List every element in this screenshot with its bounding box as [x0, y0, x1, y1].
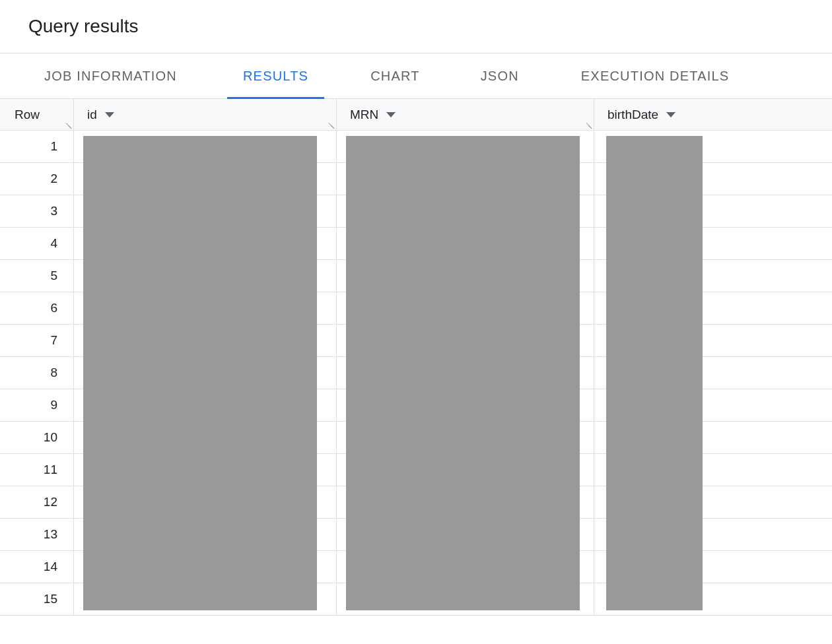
tabs: JOB INFORMATION RESULTS CHART JSON EXECU…	[0, 53, 832, 99]
column-header-row[interactable]: Row	[0, 99, 74, 130]
results-table: Row id MRN birthDate 1234567891011121314…	[0, 99, 832, 616]
table-row[interactable]: 12	[0, 486, 832, 519]
table-row[interactable]: 1	[0, 131, 832, 163]
mrn-cell	[337, 260, 594, 292]
column-header-id-label: id	[87, 108, 97, 122]
mrn-cell	[337, 486, 594, 518]
id-cell	[74, 454, 337, 486]
id-cell	[74, 292, 337, 324]
id-cell	[74, 131, 337, 162]
row-number-cell: 11	[0, 454, 74, 486]
table-body: 123456789101112131415	[0, 131, 832, 616]
table-row[interactable]: 3	[0, 195, 832, 228]
mrn-cell	[337, 422, 594, 453]
table-row[interactable]: 9	[0, 389, 832, 422]
row-number-cell: 4	[0, 228, 74, 259]
mrn-cell	[337, 292, 594, 324]
resize-handle-icon	[326, 121, 334, 129]
table-row[interactable]: 2	[0, 163, 832, 195]
birthdate-cell	[594, 131, 832, 162]
row-number-cell: 14	[0, 551, 74, 583]
mrn-cell	[337, 163, 594, 195]
birthdate-cell	[594, 389, 832, 421]
mrn-cell	[337, 357, 594, 389]
birthdate-cell	[594, 228, 832, 259]
table-row[interactable]: 14	[0, 551, 832, 583]
header: Query results	[0, 0, 832, 53]
resize-handle-icon	[584, 121, 592, 129]
mrn-cell	[337, 195, 594, 227]
chevron-down-icon	[666, 112, 676, 117]
birthdate-cell	[594, 519, 832, 550]
tab-results[interactable]: RESULTS	[227, 53, 324, 98]
tab-job-information[interactable]: JOB INFORMATION	[28, 53, 193, 98]
birthdate-cell	[594, 195, 832, 227]
table-row[interactable]: 11	[0, 454, 832, 486]
row-number-cell: 12	[0, 486, 74, 518]
row-number-cell: 15	[0, 583, 74, 615]
id-cell	[74, 389, 337, 421]
mrn-cell	[337, 519, 594, 550]
birthdate-cell	[594, 357, 832, 389]
birthdate-cell	[594, 422, 832, 453]
id-cell	[74, 260, 337, 292]
id-cell	[74, 325, 337, 356]
page-title: Query results	[28, 16, 832, 37]
id-cell	[74, 583, 337, 615]
row-number-cell: 10	[0, 422, 74, 453]
birthdate-cell	[594, 163, 832, 195]
id-cell	[74, 486, 337, 518]
row-number-cell: 2	[0, 163, 74, 195]
chevron-down-icon	[386, 112, 396, 117]
row-number-cell: 5	[0, 260, 74, 292]
table-header-row: Row id MRN birthDate	[0, 99, 832, 131]
tab-execution-details[interactable]: EXECUTION DETAILS	[565, 53, 745, 98]
id-cell	[74, 163, 337, 195]
row-number-cell: 3	[0, 195, 74, 227]
chevron-down-icon	[105, 112, 114, 117]
mrn-cell	[337, 454, 594, 486]
row-number-cell: 9	[0, 389, 74, 421]
id-cell	[74, 519, 337, 550]
row-number-cell: 6	[0, 292, 74, 324]
birthdate-cell	[594, 583, 832, 615]
row-number-cell: 7	[0, 325, 74, 356]
table-row[interactable]: 8	[0, 357, 832, 389]
mrn-cell	[337, 325, 594, 356]
table-row[interactable]: 4	[0, 228, 832, 260]
id-cell	[74, 551, 337, 583]
mrn-cell	[337, 583, 594, 615]
column-header-mrn-label: MRN	[350, 108, 378, 122]
id-cell	[74, 422, 337, 453]
column-header-mrn[interactable]: MRN	[337, 99, 594, 130]
table-row[interactable]: 15	[0, 583, 832, 616]
column-header-birthdate-label: birthDate	[607, 108, 658, 122]
id-cell	[74, 228, 337, 259]
resize-handle-icon	[63, 121, 71, 129]
column-header-row-label: Row	[15, 108, 40, 122]
column-header-id[interactable]: id	[74, 99, 337, 130]
birthdate-cell	[594, 292, 832, 324]
birthdate-cell	[594, 486, 832, 518]
row-number-cell: 8	[0, 357, 74, 389]
mrn-cell	[337, 228, 594, 259]
id-cell	[74, 357, 337, 389]
tab-json[interactable]: JSON	[465, 53, 535, 98]
birthdate-cell	[594, 551, 832, 583]
mrn-cell	[337, 389, 594, 421]
id-cell	[74, 195, 337, 227]
table-row[interactable]: 5	[0, 260, 832, 292]
mrn-cell	[337, 131, 594, 162]
table-row[interactable]: 10	[0, 422, 832, 454]
table-row[interactable]: 6	[0, 292, 832, 325]
birthdate-cell	[594, 454, 832, 486]
row-number-cell: 13	[0, 519, 74, 550]
table-row[interactable]: 13	[0, 519, 832, 551]
tab-chart[interactable]: CHART	[355, 53, 436, 98]
table-row[interactable]: 7	[0, 325, 832, 357]
birthdate-cell	[594, 260, 832, 292]
birthdate-cell	[594, 325, 832, 356]
mrn-cell	[337, 551, 594, 583]
row-number-cell: 1	[0, 131, 74, 162]
column-header-birthdate[interactable]: birthDate	[594, 99, 832, 130]
